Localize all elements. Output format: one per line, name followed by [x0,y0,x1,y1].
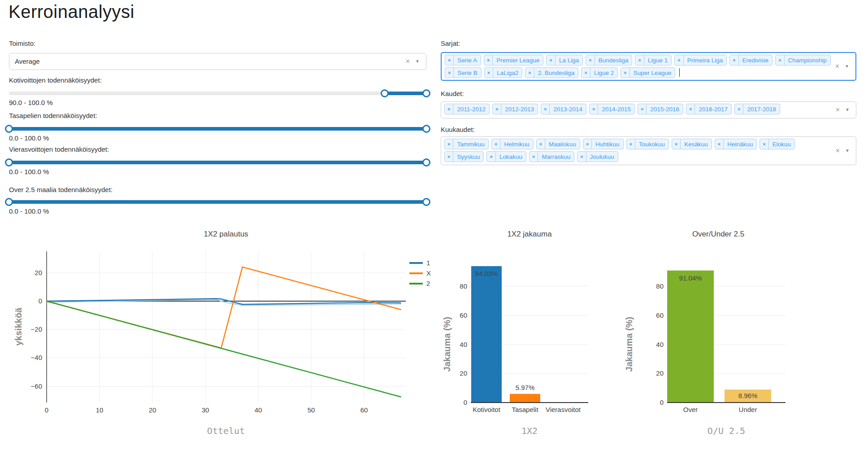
draw-range-text: 0.0 - 100.0 % [9,134,49,142]
tag-remove-icon[interactable]: × [776,55,784,65]
tag-remove-icon[interactable]: × [541,104,550,114]
tag-remove-icon[interactable]: × [492,139,500,149]
tag-remove-icon[interactable]: × [715,139,724,149]
chevron-down-icon[interactable]: ▼ [845,108,850,112]
tag-remove-icon[interactable]: × [547,55,555,65]
svg-text:8.96%: 8.96% [738,392,758,399]
tag-remove-icon[interactable]: × [487,152,495,162]
tag-remove-icon[interactable]: × [627,139,635,149]
away-win-probability-slider[interactable] [9,158,426,166]
tag-remove-icon[interactable]: × [577,152,586,162]
chart-title: 1X2 jakauma [507,230,552,238]
slider-handle-min[interactable] [381,89,389,97]
seasons-label: Kaudet: [441,90,464,97]
line-chart-1x2-palautus: 1X2 palautus 20 0 −20 −40 −60 0 10 20 30… [9,227,439,453]
slider-handle-max[interactable] [422,198,430,206]
draw-slider-label: Tasapelien todennäköisyydet: [9,112,97,119]
slider-handle-min[interactable] [5,158,13,166]
svg-text:80: 80 [656,282,664,290]
slider-handle-max[interactable] [422,158,430,166]
tag-remove-icon[interactable]: × [675,55,683,65]
draw-probability-slider[interactable] [9,125,426,133]
tag-remove-icon[interactable]: × [638,104,647,114]
chart-title: Over/Under 2.5 [692,230,744,238]
tag-remove-icon[interactable]: × [735,104,743,114]
chevron-down-icon[interactable]: ▼ [845,149,850,153]
tag-remove-icon[interactable]: × [621,68,629,78]
box-controls: × ▼ [836,147,850,154]
selected-tag: ×Heinäkuu [715,139,757,149]
clear-icon[interactable]: × [836,106,840,114]
chevron-down-icon[interactable]: ▼ [845,64,849,69]
selected-tag: ×2015-2016 [638,104,683,114]
tag-remove-icon[interactable]: × [686,104,695,114]
svg-text:0: 0 [39,297,42,305]
tag-remove-icon[interactable]: × [730,55,738,65]
tag-remove-icon[interactable]: × [583,139,592,149]
seasons-multiselect[interactable]: ×2011-2012 ×2012-2013 ×2013-2014 ×2014-2… [441,101,856,118]
legend: 1 X 2 [409,259,431,287]
x-axis-title: Ottelut [207,425,245,436]
legend-item[interactable]: X [409,269,431,277]
x-category-labels: Kotivoitot Tasapelit Vierasvoitot [473,406,581,413]
legend-item[interactable]: 1 [409,259,430,267]
tag-remove-icon[interactable]: × [672,139,681,149]
svg-text:−40: −40 [31,354,42,361]
clear-icon[interactable]: × [835,63,839,70]
tag-remove-icon[interactable]: × [529,152,538,162]
slider-track[interactable] [9,92,426,95]
svg-text:0: 0 [464,399,467,406]
tag-remove-icon[interactable]: × [484,55,493,65]
slider-handle-min[interactable] [5,125,13,133]
x-axis-title: 1X2 [521,425,538,436]
clear-icon[interactable]: × [406,58,410,65]
slider-handle-max[interactable] [422,89,430,97]
leagues-multiselect[interactable]: ×Serie A ×Premier League ×La Liga ×Bunde… [441,52,856,81]
selected-tag: ×2016-2017 [686,104,732,114]
clear-icon[interactable]: × [836,147,840,154]
tag-remove-icon[interactable]: × [445,152,453,162]
tag-remove-icon[interactable]: × [493,104,501,114]
slider-handle-min[interactable] [5,198,13,206]
selected-tag: ×Kesäkuu [672,139,712,149]
tag-remove-icon[interactable]: × [485,68,493,78]
legend-item[interactable]: 2 [409,280,430,287]
tag-remove-icon[interactable]: × [445,55,454,65]
y-axis-title: yksikköä [13,307,23,346]
selected-tag: ×Eredivisie [729,55,773,66]
over25-probability-slider[interactable] [9,198,426,206]
tag-remove-icon[interactable]: × [582,68,590,78]
y-tick-labels: 20 0 −20 −40 −60 [31,269,42,390]
svg-text:60: 60 [460,311,467,319]
tag-remove-icon[interactable]: × [590,104,598,114]
tag-remove-icon[interactable]: × [445,104,453,114]
tag-remove-icon[interactable]: × [635,55,644,65]
chart-title: 1X2 palautus [204,230,248,238]
svg-text:50: 50 [308,406,315,414]
tag-remove-icon[interactable]: × [445,68,454,78]
svg-text:40: 40 [460,341,467,348]
slider-handle-max[interactable] [422,125,430,133]
tag-remove-icon[interactable]: × [445,139,453,149]
selected-tag: ×Serie A [445,55,481,66]
tag-remove-icon[interactable]: × [525,68,534,78]
tag-remove-icon[interactable]: × [586,55,595,65]
bar-kotivoitot [471,266,502,403]
selected-tag: ×Lokakuu [486,151,526,162]
box-controls: × ▼ [406,58,420,65]
tag-remove-icon[interactable]: × [537,139,545,149]
months-multiselect[interactable]: ×Tammikuu ×Helmikuu ×Maaliskuu ×Huhtikuu… [441,136,856,165]
box-controls: × ▼ [835,63,849,70]
chevron-down-icon[interactable]: ▼ [415,59,420,64]
away-win-range-text: 0.0 - 100.0 % [9,168,49,175]
tag-remove-icon[interactable]: × [760,139,768,149]
toimisto-label: Toimisto: [9,39,35,47]
svg-text:−60: −60 [31,382,42,390]
away-win-slider-label: Vierasvoittojen todennäköisyydet: [9,145,109,153]
svg-text:80: 80 [460,282,467,290]
bar-chart-over-under: Over/Under 2.5 0 20 40 60 80 91.04% 8.96… [619,227,812,453]
home-win-probability-slider[interactable] [9,89,426,97]
toimisto-select[interactable]: Average × ▼ [9,53,426,70]
vertical-gridlines [47,251,364,403]
text-cursor [679,68,680,77]
